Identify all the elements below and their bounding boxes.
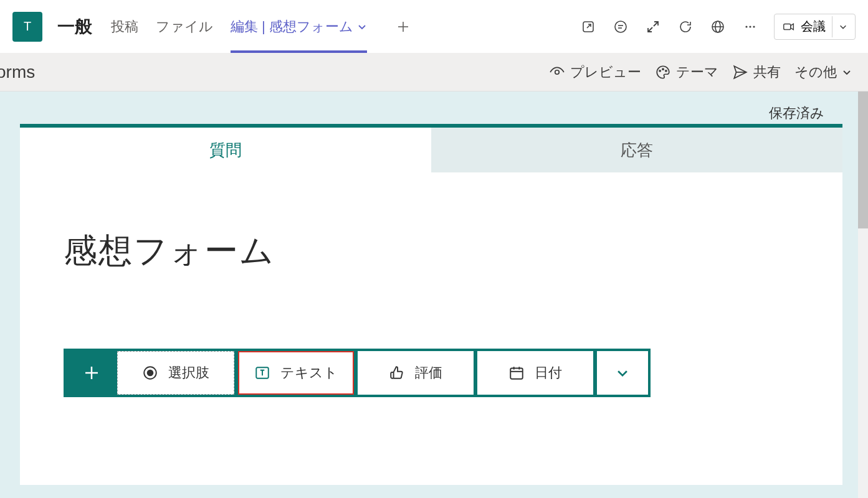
- radio-icon: [142, 365, 158, 381]
- plus-icon: [396, 20, 410, 34]
- popout-icon: [581, 19, 596, 34]
- form-tabs: 質問 応答: [20, 128, 842, 172]
- tab-files[interactable]: ファイル: [156, 0, 213, 53]
- choice-label: 選択肢: [168, 364, 209, 382]
- preview-label: プレビュー: [570, 63, 641, 82]
- more-icon: [743, 19, 758, 34]
- forms-app-label: orms: [0, 62, 35, 82]
- meet-dropdown[interactable]: [832, 16, 854, 37]
- svg-rect-14: [784, 24, 791, 29]
- svg-rect-29: [510, 368, 523, 378]
- scrollbar-thumb[interactable]: [858, 92, 868, 228]
- question-type-text[interactable]: テキスト: [238, 351, 354, 395]
- svg-point-3: [615, 21, 626, 32]
- svg-point-12: [749, 26, 751, 27]
- refresh-icon: [678, 19, 693, 34]
- chevron-down-icon: [842, 67, 852, 77]
- header-right: 会議: [579, 14, 856, 40]
- channel-name[interactable]: 一般: [57, 15, 92, 39]
- teams-header: T 一般 投稿 ファイル 編集 | 感想フォーム: [0, 0, 868, 53]
- popout-button[interactable]: [579, 18, 597, 35]
- form-card: 質問 応答 感想フォーム 選択肢 テキスト: [20, 124, 842, 485]
- chevron-down-icon: [839, 22, 847, 31]
- expand-button[interactable]: [644, 18, 662, 35]
- question-type-rating[interactable]: 評価: [358, 351, 474, 395]
- form-title[interactable]: 感想フォーム: [64, 228, 799, 274]
- chat-icon: [613, 19, 628, 34]
- svg-point-18: [662, 68, 664, 70]
- svg-line-7: [648, 27, 652, 32]
- palette-icon: [655, 64, 671, 80]
- form-tab-responses[interactable]: 応答: [431, 128, 842, 172]
- question-type-more[interactable]: [597, 351, 648, 395]
- chat-button[interactable]: [612, 18, 629, 35]
- tab-active-label: 編集 | 感想フォーム: [231, 17, 353, 36]
- tab-posts[interactable]: 投稿: [111, 0, 138, 53]
- vertical-scrollbar[interactable]: [858, 92, 868, 498]
- question-type-options: 選択肢 テキスト 評価 日付: [117, 351, 648, 395]
- channel-tabs: 投稿 ファイル 編集 | 感想フォーム: [111, 0, 412, 53]
- add-tab-button[interactable]: [394, 18, 412, 35]
- svg-point-13: [753, 26, 755, 27]
- forms-subheader: orms プレビュー テーマ 共有 その他: [0, 53, 868, 92]
- video-icon: [782, 20, 796, 34]
- add-question-button[interactable]: [66, 351, 117, 395]
- question-type-date[interactable]: 日付: [477, 351, 593, 395]
- preview-button[interactable]: プレビュー: [545, 60, 645, 84]
- rating-label: 評価: [415, 364, 442, 382]
- svg-point-19: [665, 70, 667, 71]
- svg-point-17: [659, 70, 661, 71]
- form-tab-questions[interactable]: 質問: [20, 128, 431, 172]
- tab-active[interactable]: 編集 | 感想フォーム: [231, 0, 367, 53]
- form-tab-questions-label: 質問: [209, 139, 242, 161]
- saved-status: 保存済み: [769, 104, 824, 123]
- svg-point-11: [745, 26, 747, 27]
- globe-button[interactable]: [709, 18, 727, 35]
- more-button[interactable]: [742, 18, 759, 35]
- tab-posts-label: 投稿: [111, 17, 138, 36]
- calendar-icon: [508, 365, 525, 381]
- question-type-choice[interactable]: 選択肢: [117, 351, 234, 395]
- share-button[interactable]: 共有: [728, 60, 785, 84]
- text-box-icon: [254, 365, 270, 381]
- thumbs-up-icon: [389, 365, 405, 381]
- form-tab-responses-label: 応答: [621, 139, 653, 161]
- chevron-down-icon: [616, 366, 629, 380]
- svg-point-25: [148, 370, 153, 376]
- send-icon: [732, 64, 748, 80]
- forms-toolbar: プレビュー テーマ 共有 その他: [545, 60, 856, 84]
- chevron-down-icon: [357, 22, 367, 32]
- meet-label: 会議: [801, 18, 826, 35]
- share-label: 共有: [753, 63, 781, 82]
- forms-workspace: 保存済み 質問 応答 感想フォーム 選択肢: [0, 92, 868, 498]
- expand-icon: [646, 19, 661, 34]
- add-question-toolbar: 選択肢 テキスト 評価 日付: [64, 349, 651, 397]
- team-avatar-letter: T: [24, 19, 31, 34]
- forms-more-button[interactable]: その他: [791, 60, 856, 84]
- meet-button[interactable]: 会議: [774, 14, 856, 40]
- svg-line-6: [654, 22, 658, 26]
- theme-label: テーマ: [676, 63, 718, 82]
- team-avatar[interactable]: T: [12, 12, 42, 42]
- date-label: 日付: [535, 364, 562, 382]
- refresh-button[interactable]: [677, 18, 694, 35]
- svg-point-16: [555, 70, 560, 74]
- globe-icon: [710, 19, 725, 34]
- forms-more-label: その他: [794, 63, 837, 82]
- form-body: 感想フォーム 選択肢 テキスト 評価: [20, 172, 842, 422]
- text-label: テキスト: [280, 364, 338, 382]
- plus-icon: [82, 364, 101, 382]
- theme-button[interactable]: テーマ: [651, 60, 722, 84]
- eye-icon: [549, 64, 565, 80]
- tab-files-label: ファイル: [156, 17, 213, 36]
